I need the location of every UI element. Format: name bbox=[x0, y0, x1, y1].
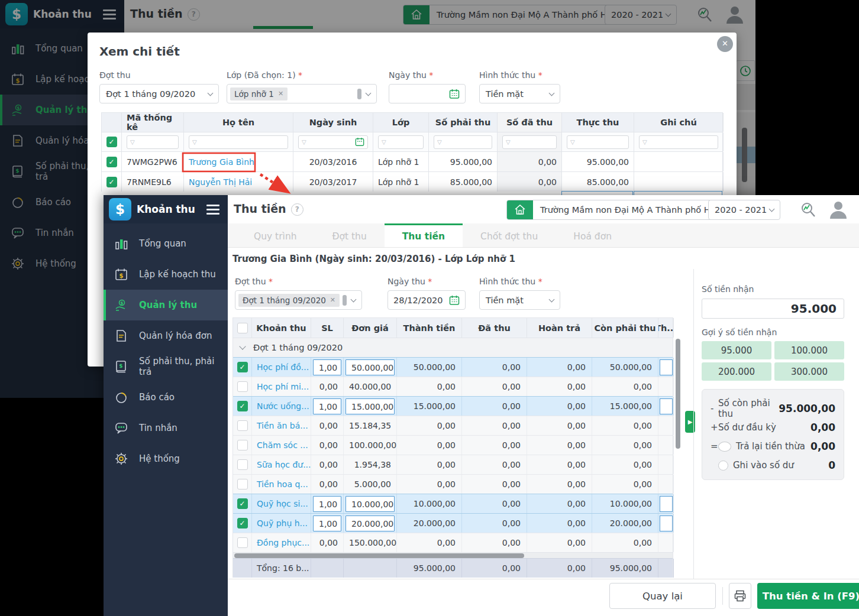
write-balance-radio[interactable] bbox=[718, 461, 728, 471]
row-checkbox[interactable] bbox=[237, 440, 248, 450]
sidebar-item-quan-ly-hoa-don[interactable]: Quản lý hóa đơn bbox=[104, 320, 228, 351]
help-icon[interactable]: ? bbox=[291, 203, 303, 216]
print-button[interactable] bbox=[729, 583, 751, 609]
row-checkbox[interactable] bbox=[237, 420, 248, 431]
actual-input-fragment[interactable] bbox=[660, 359, 673, 375]
price-cell[interactable]: 15.184,35 bbox=[344, 418, 396, 433]
qty-cell[interactable]: 0,00 bbox=[311, 476, 343, 492]
price-cell[interactable]: 100.000,00 bbox=[344, 437, 396, 453]
tab[interactable]: Hoá đơn bbox=[556, 223, 629, 247]
filter-input-date[interactable]: ▽ bbox=[298, 135, 368, 149]
sidebar-item-quan-ly-thu[interactable]: $ Quản lý thu bbox=[104, 290, 228, 320]
row-checkbox[interactable] bbox=[237, 362, 248, 372]
price-cell[interactable]: 5.000,00 bbox=[344, 476, 396, 492]
qty-cell[interactable]: 1,00 bbox=[313, 496, 341, 512]
hinh-thuc-select[interactable]: Tiền mặt bbox=[479, 290, 560, 310]
qty-cell[interactable]: 1,00 bbox=[313, 516, 341, 531]
remove-tag-icon[interactable]: ✕ bbox=[330, 296, 335, 304]
filter-input[interactable]: ▽ bbox=[434, 135, 492, 149]
fee-name-link[interactable]: Sữa học đư... bbox=[257, 460, 311, 469]
fee-name-link[interactable]: Quỹ học si... bbox=[257, 499, 308, 508]
filter-input[interactable]: ▽ bbox=[127, 135, 179, 149]
tab[interactable]: Thu tiền bbox=[385, 223, 463, 247]
fg-search-chart-icon[interactable] bbox=[800, 202, 816, 220]
fee-name-link[interactable]: Chăm sóc ... bbox=[257, 440, 308, 450]
back-button[interactable]: Quay lại bbox=[609, 583, 716, 609]
suggestion-button[interactable]: 95.000 bbox=[702, 341, 771, 359]
qty-cell[interactable]: 1,00 bbox=[313, 398, 341, 414]
price-cell[interactable]: 20.000,00 bbox=[345, 516, 395, 531]
student-name-link[interactable]: Trương Gia Bình bbox=[189, 157, 254, 167]
price-cell[interactable]: 1.954,38 bbox=[344, 457, 396, 472]
row-checkbox[interactable] bbox=[237, 459, 248, 470]
multiselect-scroll-thumb[interactable] bbox=[357, 89, 361, 99]
received-amount-input[interactable]: 95.000 bbox=[702, 299, 844, 319]
fee-name-link[interactable]: Đồng phục... bbox=[257, 538, 309, 547]
modal-lop-multiselect[interactable]: Lớp nhỡ 1✕ bbox=[227, 84, 377, 103]
sidebar-item-lap-ke-hoach[interactable]: $ Lập kế hoạch thu bbox=[104, 259, 228, 290]
row-checkbox[interactable] bbox=[237, 518, 248, 529]
row-checkbox[interactable] bbox=[237, 381, 248, 392]
sidebar-item-so-phai-thu[interactable]: $ Số phải thu, phải trả bbox=[104, 351, 228, 382]
remove-tag-icon[interactable]: ✕ bbox=[278, 90, 283, 98]
horizontal-scrollbar[interactable] bbox=[233, 552, 673, 558]
price-cell[interactable]: 150.000,00 bbox=[344, 535, 396, 550]
sidebar-item-he-thong[interactable]: Hệ thống bbox=[104, 443, 228, 474]
suggestion-button[interactable]: 200.000 bbox=[702, 362, 771, 381]
dot-thu-tag[interactable]: Đợt 1 tháng 09/2020✕ bbox=[238, 294, 340, 307]
fee-name-link[interactable]: Quỹ phụ h... bbox=[257, 518, 308, 528]
multiselect-scroll-thumb[interactable] bbox=[343, 295, 347, 306]
price-cell[interactable]: 40.000,00 bbox=[344, 379, 396, 394]
close-icon[interactable]: ✕ bbox=[717, 36, 733, 52]
filter-input[interactable]: ▽ bbox=[189, 135, 288, 149]
return-change-radio[interactable] bbox=[718, 442, 731, 452]
vertical-scrollbar[interactable] bbox=[676, 339, 680, 449]
sidebar-item-tong-quan[interactable]: Tổng quan bbox=[104, 228, 228, 259]
row-checkbox[interactable] bbox=[106, 157, 117, 167]
qty-cell[interactable]: 0,00 bbox=[311, 437, 343, 453]
select-all-checkbox[interactable] bbox=[106, 137, 117, 147]
fg-user-avatar[interactable] bbox=[827, 198, 850, 222]
tab[interactable]: Quy trình bbox=[236, 223, 315, 247]
modal-ngay-thu-input[interactable] bbox=[389, 84, 466, 103]
actual-input-fragment[interactable] bbox=[660, 398, 673, 414]
fee-name-link[interactable]: Nước uống... bbox=[257, 401, 309, 411]
filter-input[interactable]: ▽ bbox=[502, 135, 557, 149]
ngay-thu-input[interactable]: 28/12/2020 bbox=[387, 290, 466, 310]
qty-cell[interactable]: 0,00 bbox=[311, 457, 343, 472]
actual-input-fragment[interactable] bbox=[660, 516, 673, 531]
qty-cell[interactable]: 1,00 bbox=[313, 359, 341, 375]
row-checkbox[interactable] bbox=[237, 537, 248, 548]
price-cell[interactable]: 10.000,00 bbox=[345, 496, 395, 512]
sidebar-item-bao-cao[interactable]: Báo cáo bbox=[104, 382, 228, 413]
fee-name-link[interactable]: Học phí mi... bbox=[257, 382, 309, 391]
qty-cell[interactable]: 0,00 bbox=[311, 379, 343, 394]
tab[interactable]: Đợt thu bbox=[315, 223, 385, 247]
fee-name-link[interactable]: Học phí đồ... bbox=[257, 362, 309, 372]
filter-input[interactable]: ▽ bbox=[567, 135, 629, 149]
sidebar-item-tin-nhan[interactable]: Tin nhắn bbox=[104, 413, 228, 443]
qty-cell[interactable]: 0,00 bbox=[311, 418, 343, 433]
suggestion-button[interactable]: 300.000 bbox=[774, 362, 844, 381]
suggestion-button[interactable]: 100.000 bbox=[774, 341, 844, 359]
lop-tag[interactable]: Lớp nhỡ 1✕ bbox=[230, 87, 288, 100]
dot-thu-multiselect[interactable]: Đợt 1 tháng 09/2020✕ bbox=[235, 290, 362, 310]
modal-dot-thu-select[interactable]: Đợt 1 tháng 09/2020 bbox=[99, 84, 219, 103]
fg-school-selector[interactable]: Trường Mầm non Đại Mộ A Thành phố Hà Nội bbox=[506, 200, 740, 220]
row-checkbox[interactable] bbox=[237, 498, 248, 509]
student-name-link[interactable]: Nguyễn Thị Hải bbox=[189, 177, 252, 187]
select-all-checkbox[interactable] bbox=[237, 323, 248, 333]
row-checkbox[interactable] bbox=[106, 177, 117, 187]
price-cell[interactable]: 50.000,00 bbox=[345, 359, 395, 375]
collect-print-button[interactable]: Thu tiền & In (F9) bbox=[757, 583, 859, 609]
tab[interactable]: Chốt đợt thu bbox=[463, 223, 556, 247]
fees-group-row[interactable]: Đợt 1 tháng 09/2020 bbox=[233, 338, 673, 357]
filter-input[interactable]: ▽ bbox=[378, 135, 424, 149]
modal-hinh-thuc-select[interactable]: Tiền mặt bbox=[479, 84, 560, 103]
hamburger-menu-icon[interactable] bbox=[206, 202, 219, 217]
price-cell[interactable]: 15.000,00 bbox=[345, 398, 395, 414]
row-checkbox[interactable] bbox=[237, 401, 248, 411]
filter-input[interactable]: ▽ bbox=[639, 135, 718, 149]
actual-input-fragment[interactable] bbox=[660, 496, 673, 512]
fee-name-link[interactable]: Tiền ăn bá... bbox=[257, 421, 308, 430]
